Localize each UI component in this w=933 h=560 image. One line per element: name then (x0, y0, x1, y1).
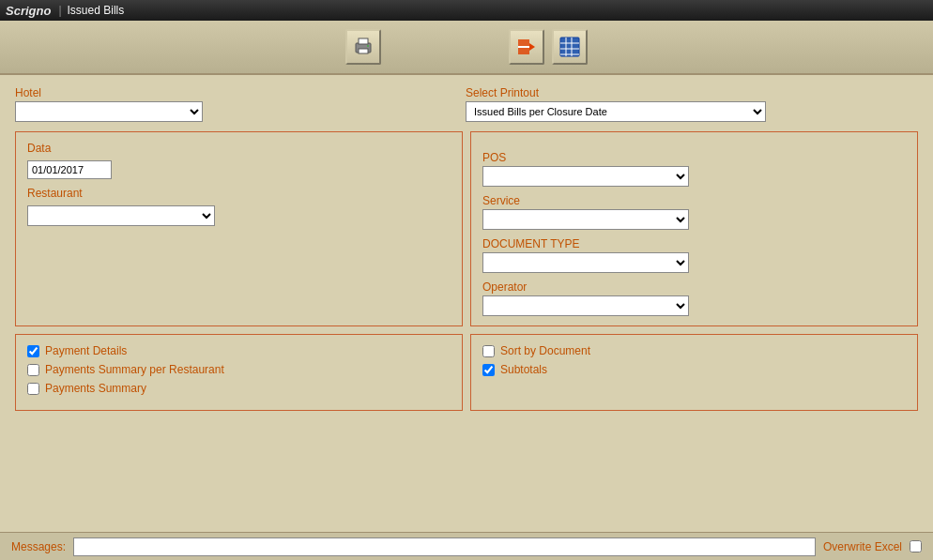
exit-button[interactable] (509, 29, 544, 65)
messages-input[interactable] (73, 537, 816, 556)
svg-rect-1 (359, 49, 368, 53)
service-label: Service (482, 194, 906, 207)
restaurant-select[interactable] (27, 205, 215, 226)
select-printout-select[interactable]: Issued Bills per Closure Date Issued Bil… (466, 101, 766, 122)
sort-by-document-label[interactable]: Sort by Document (500, 344, 590, 357)
subtotals-row: Subtotals (482, 363, 906, 376)
pos-select[interactable] (482, 166, 689, 187)
payments-summary-restaurant-label[interactable]: Payments Summary per Restaurant (45, 363, 224, 376)
hotel-label: Hotel (15, 86, 203, 99)
page-title: Issued Bills (68, 4, 125, 17)
bottom-left-panel: Payment Details Payments Summary per Res… (15, 334, 463, 411)
middle-panels-row: Data Restaurant POS Service (15, 131, 918, 326)
operator-select[interactable] (482, 295, 689, 316)
payment-details-row: Payment Details (27, 344, 451, 357)
hotel-select[interactable] (15, 101, 203, 122)
svg-marker-5 (529, 43, 535, 51)
operator-field: Operator (482, 280, 906, 316)
payments-summary-label[interactable]: Payments Summary (45, 382, 146, 395)
data-label: Data (27, 142, 451, 155)
bottom-panels-row: Payment Details Payments Summary per Res… (15, 334, 918, 411)
main-content: Hotel Select Printout Issued Bills per C… (0, 75, 933, 532)
payment-details-label[interactable]: Payment Details (45, 344, 127, 357)
title-bar: Scrigno | Issued Bills (0, 0, 933, 21)
subtotals-checkbox[interactable] (482, 364, 495, 376)
operator-label: Operator (482, 280, 906, 294)
subtotals-label[interactable]: Subtotals (500, 363, 547, 376)
payments-summary-restaurant-row: Payments Summary per Restaurant (27, 363, 451, 376)
title-separator: | (58, 4, 61, 17)
overwrite-excel-label: Overwrite Excel (823, 540, 902, 553)
right-panel: POS Service DOCUMENT TYPE (470, 131, 918, 326)
svg-point-3 (367, 45, 369, 47)
messages-label: Messages: (11, 540, 66, 553)
svg-rect-2 (359, 38, 368, 44)
service-field: Service (482, 194, 906, 230)
right-fields-container: POS Service DOCUMENT TYPE (482, 142, 906, 316)
sort-by-document-checkbox[interactable] (482, 345, 495, 357)
select-printout-label: Select Printout (466, 86, 766, 99)
bottom-right-panel: Sort by Document Subtotals (470, 334, 918, 411)
left-panel: Data Restaurant (15, 131, 463, 326)
toolbar (0, 21, 933, 75)
payment-details-checkbox[interactable] (27, 345, 39, 357)
svg-rect-7 (560, 38, 579, 56)
pos-field: POS (482, 151, 906, 187)
document-type-select[interactable] (482, 252, 689, 273)
document-type-label: DOCUMENT TYPE (482, 237, 906, 250)
payments-summary-restaurant-checkbox[interactable] (27, 364, 39, 376)
payments-summary-checkbox[interactable] (27, 383, 39, 395)
top-fields-row: Hotel Select Printout Issued Bills per C… (15, 86, 918, 122)
app-logo: Scrigno (6, 4, 51, 18)
pos-label: POS (482, 151, 906, 164)
hotel-field-group: Hotel (15, 86, 203, 122)
select-printout-field-group: Select Printout Issued Bills per Closure… (466, 86, 766, 122)
grid-button[interactable] (552, 29, 588, 65)
service-select[interactable] (482, 209, 689, 230)
overwrite-excel-checkbox[interactable] (910, 540, 922, 552)
date-input[interactable] (27, 160, 112, 179)
print-button[interactable] (345, 29, 381, 65)
payments-summary-row: Payments Summary (27, 382, 451, 395)
document-type-field: DOCUMENT TYPE (482, 237, 906, 273)
sort-by-document-row: Sort by Document (482, 344, 906, 357)
status-bar: Messages: Overwrite Excel (0, 532, 933, 560)
restaurant-label: Restaurant (27, 187, 451, 200)
